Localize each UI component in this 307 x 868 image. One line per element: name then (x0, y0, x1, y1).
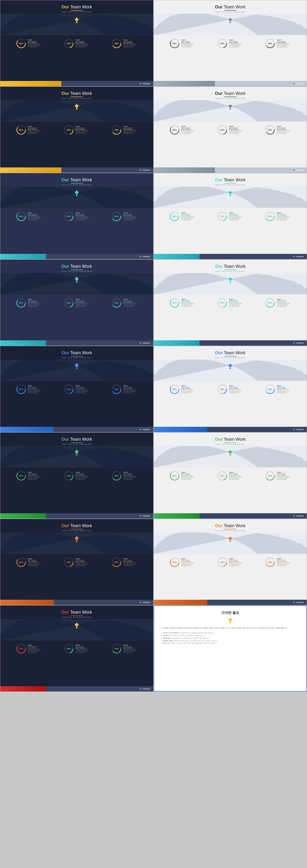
stat-pct-1: 45% (67, 215, 71, 218)
title-our: Our (61, 350, 69, 355)
title-underline (71, 529, 83, 529)
stat-desc-2: It's going to make feel fresh and make e… (277, 43, 291, 48)
trophy-area (74, 449, 80, 457)
svg-rect-1 (76, 23, 77, 23)
stat-desc-2: It's going to make feel fresh and make e… (123, 476, 138, 480)
stat-item-2: 65% Target CEO, Founder BEST PRODUCT It'… (111, 211, 138, 222)
slide-12: Our Team Work Insert Your Great Subtitle… (154, 432, 307, 519)
stat-circle-0: 85% (16, 384, 26, 395)
stat-desc-1: It's going to make feel fresh and make e… (229, 562, 243, 566)
crowd-area (0, 619, 153, 641)
trophy-area (74, 276, 80, 284)
stat-desc-1: It's going to make feel fresh and make e… (229, 43, 243, 48)
stat-info-2: Target CEO, Founder BEST PRODUCT It's go… (123, 558, 138, 566)
slide-subtitle: Insert Your Great Subtitle Here (0, 184, 153, 186)
stat-circle-0: 85% (16, 125, 26, 135)
stat-item-1: 45% Target CEO, Founder BEST PRODUCT It'… (64, 38, 90, 49)
stat-circle-0: 85% (16, 644, 26, 654)
crowd-area (0, 187, 153, 208)
title-our: Our (61, 437, 69, 442)
stat-circle-2: 65% (265, 470, 275, 481)
stat-item-1: 45% Target CEO, Founder BEST PRODUCT It'… (217, 211, 243, 222)
stat-desc-0: It's going to make feel fresh and make e… (28, 216, 42, 221)
title-text: Our Team Work (0, 178, 153, 183)
stat-item-1: 45% Target CEO, Founder BEST PRODUCT It'… (217, 557, 243, 567)
stat-item-2: 65% Target CEO, Founder BEST PRODUCT It'… (111, 557, 138, 567)
crowd-area (0, 446, 153, 468)
slide-subtitle: Insert Your Great Subtitle Here (154, 11, 307, 13)
stat-circle-1: 45% (64, 298, 74, 308)
crowd-area (0, 532, 153, 554)
stat-pct-2: 65% (114, 129, 119, 131)
crowd-area (0, 100, 153, 122)
stat-pct-0: 85% (19, 648, 23, 650)
stat-item-0: 85% Target CEO, Founder BEST PRODUCT It'… (169, 125, 196, 135)
brand-label: PHENIX (143, 602, 150, 603)
stat-desc-0: It's going to make feel fresh and make e… (28, 43, 42, 48)
stat-desc-0: It's going to make feel fresh and make e… (28, 649, 42, 653)
svg-point-2 (76, 18, 77, 19)
stat-pct-0: 85% (19, 129, 23, 131)
svg-rect-100 (230, 455, 231, 455)
stat-desc-2: It's going to make feel fresh and make e… (277, 389, 291, 394)
stat-desc-2: It's going to make feel fresh and make e… (123, 562, 138, 566)
stat-pct-0: 85% (19, 42, 23, 45)
bird-icon: 🐦 (293, 82, 295, 85)
stat-desc-0: It's going to make feel fresh and make e… (28, 303, 42, 307)
stat-desc-2: It's going to make feel fresh and make e… (123, 389, 138, 394)
stat-item-2: 65% Target CEO, Founder BEST PRODUCT It'… (111, 38, 138, 49)
stat-item-0: 85% Target CEO, Founder BEST PRODUCT It'… (169, 38, 196, 49)
stat-pct-2: 65% (268, 302, 272, 304)
stat-circle-0: 85% (16, 298, 26, 308)
brand-label: PHENIX (296, 515, 304, 517)
stat-item-1: 45% Target CEO, Founder BEST PRODUCT It'… (217, 384, 243, 395)
slide-5: Our Team Work Insert Your Great Subtitle… (0, 173, 154, 259)
trophy-area (74, 622, 80, 630)
title-underline (224, 356, 236, 356)
slide-title: Our Team Work Insert Your Great Subtitle… (0, 606, 153, 619)
trophy-area (74, 190, 80, 197)
brand-label: PHENIX (143, 342, 150, 344)
stat-info-1: Target CEO, Founder BEST PRODUCT It's go… (229, 39, 243, 48)
svg-rect-82 (230, 368, 231, 369)
stat-info-1: Target CEO, Founder BEST PRODUCT It's go… (229, 471, 243, 480)
stat-info-2: Target CEO, Founder BEST PRODUCT It's go… (277, 299, 291, 307)
svg-point-20 (76, 104, 77, 105)
title-underline (71, 97, 83, 97)
svg-rect-37 (76, 195, 77, 196)
title-underline (71, 442, 83, 443)
stat-item-0: 85% Target CEO, Founder BEST PRODUCT It'… (169, 470, 196, 481)
stat-pct-0: 85% (19, 388, 23, 391)
info-content: 이 파일은 디지털 프리젠테이션 목적으로 작성되었으며 상업적 사용은 허가되… (162, 627, 299, 629)
stat-circle-0: 85% (169, 38, 180, 49)
stat-pct-1: 45% (67, 474, 71, 477)
stat-circle-0: 85% (169, 557, 180, 567)
trophy-area (227, 276, 233, 284)
stat-item-0: 85% Target CEO, Founder BEST PRODUCT It'… (16, 211, 42, 222)
title-teamwork: Team Work (69, 437, 92, 442)
stat-pct-2: 65% (114, 474, 119, 477)
stat-info-2: Target CEO, Founder BEST PRODUCT It's go… (277, 126, 291, 134)
stat-desc-0: It's going to make feel fresh and make e… (181, 43, 196, 48)
stat-circle-2: 65% (111, 644, 122, 654)
trophy-area (227, 103, 233, 111)
title-underline (224, 442, 236, 443)
stat-pct-0: 85% (172, 388, 177, 391)
trophy-area (227, 190, 233, 197)
stat-desc-1: It's going to make feel fresh and make e… (75, 216, 90, 221)
bottom-bar: 🐦 PHENIX (0, 427, 153, 432)
slide-title: Our Team Work Insert Your Great Subtitle… (0, 519, 153, 532)
slide-13: Our Team Work Insert Your Great Subtitle… (0, 519, 154, 605)
bottom-bar: 🐦 PHENIX (0, 254, 153, 259)
crowd-area (0, 360, 153, 381)
stat-pct-0: 85% (172, 215, 177, 218)
title-our: Our (61, 5, 69, 9)
title-our: Our (61, 610, 69, 615)
title-teamwork: Team Work (69, 264, 92, 269)
stat-circle-2: 65% (111, 298, 122, 308)
stat-info-2: Target CEO, Founder BEST PRODUCT It's go… (123, 126, 138, 134)
title-teamwork: Team Work (69, 610, 92, 615)
stat-desc-2: It's going to make feel fresh and make e… (277, 562, 291, 566)
trophy-area (227, 17, 233, 25)
stat-circle-2: 65% (111, 470, 122, 481)
